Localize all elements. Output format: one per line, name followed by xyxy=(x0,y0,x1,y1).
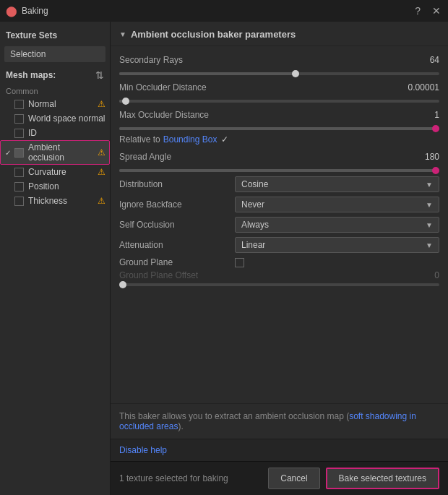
map-item-thickness[interactable]: Thickness ⚠ xyxy=(0,194,110,208)
ignore-backface-value: Never xyxy=(241,199,264,210)
attenuation-row: Attenuation Linear ▼ xyxy=(119,237,439,253)
bottom-bar: 1 texture selected for baking Cancel Bak… xyxy=(111,461,448,495)
spread-angle-slider-container[interactable] xyxy=(119,169,439,172)
secondary-rays-slider-container[interactable] xyxy=(119,72,439,75)
baker-header: ▼ Ambient occlusion baker parameters xyxy=(111,22,448,46)
secondary-rays-thumb[interactable] xyxy=(292,70,299,77)
collapse-arrow[interactable]: ▼ xyxy=(119,30,126,38)
params-area: Secondary Rays 64 Min Occluder Distance … xyxy=(111,46,448,403)
title-bar-controls: ? ✕ xyxy=(413,5,442,17)
ground-plane-row: Ground Plane xyxy=(119,257,439,267)
secondary-rays-value: 64 xyxy=(430,55,439,65)
spread-angle-thumb[interactable] xyxy=(432,167,439,174)
checkbox-normal[interactable] xyxy=(14,100,24,109)
map-item-curvature[interactable]: Curvature ⚠ xyxy=(0,165,110,179)
check-mark-ao: ✓ xyxy=(5,149,11,157)
map-item-ambient-occlusion[interactable]: ✓ Ambient occlusion ⚠ xyxy=(0,140,110,165)
ignore-backface-label: Ignore Backface xyxy=(119,199,235,210)
baker-title: Ambient occlusion baker parameters xyxy=(131,29,296,40)
map-item-normal[interactable]: Normal ⚠ xyxy=(0,97,110,111)
ground-plane-offset-row: Ground Plane Offset 0 xyxy=(119,270,439,280)
map-label-ao: Ambient occlusion xyxy=(28,142,98,163)
attenuation-label: Attenuation xyxy=(119,240,235,250)
attenuation-value: Linear xyxy=(241,240,265,250)
map-label-normal: Normal xyxy=(28,99,56,109)
selection-item[interactable]: Selection xyxy=(4,46,105,62)
status-text: 1 texture selected for baking xyxy=(119,473,228,483)
bake-button[interactable]: Bake selected textures xyxy=(326,468,439,489)
warn-icon-thickness: ⚠ xyxy=(98,196,105,206)
spread-angle-value: 180 xyxy=(425,152,439,162)
ground-plane-offset-slider-container[interactable] xyxy=(119,283,439,286)
distribution-dropdown[interactable]: Cosine ▼ xyxy=(235,176,439,192)
warn-icon-ao: ⚠ xyxy=(98,147,105,158)
ignore-backface-row: Ignore Backface Never ▼ xyxy=(119,197,439,212)
warn-icon-normal: ⚠ xyxy=(98,99,105,109)
map-label-id: ID xyxy=(28,128,37,138)
title-bar: ⬤ Baking ? ✕ xyxy=(0,0,448,22)
cancel-button[interactable]: Cancel xyxy=(268,468,319,489)
min-occluder-slider-container[interactable] xyxy=(119,100,439,103)
map-item-position[interactable]: Position xyxy=(0,179,110,194)
self-occlusion-arrow: ▼ xyxy=(426,221,433,229)
ignore-backface-arrow: ▼ xyxy=(426,201,433,209)
ground-plane-checkbox[interactable] xyxy=(235,258,244,267)
distribution-label: Distribution xyxy=(119,179,235,189)
baking-icon: ⬤ xyxy=(6,5,17,17)
self-occlusion-value: Always xyxy=(241,220,269,230)
self-occlusion-dropdown[interactable]: Always ▼ xyxy=(235,217,439,233)
disable-help-button[interactable]: Disable help xyxy=(119,445,167,455)
map-label-world-space: World space normal xyxy=(28,113,105,124)
max-occluder-track xyxy=(119,127,439,130)
map-label-curvature: Curvature xyxy=(28,167,66,177)
mesh-maps-label: Mesh maps: xyxy=(6,70,56,80)
map-item-id[interactable]: ID xyxy=(0,126,110,140)
distribution-row: Distribution Cosine ▼ xyxy=(119,176,439,192)
left-panel: Texture Sets Selection Mesh maps: ⇅ Comm… xyxy=(0,22,111,495)
group-label: Common xyxy=(0,84,110,97)
main-layout: Texture Sets Selection Mesh maps: ⇅ Comm… xyxy=(0,22,448,495)
info-text-pre: This baker allows you to extract an ambi… xyxy=(119,411,349,421)
checkbox-thickness[interactable] xyxy=(14,197,24,206)
help-button[interactable]: ? xyxy=(413,5,422,17)
ground-plane-offset-value: 0 xyxy=(434,270,439,280)
min-occluder-thumb[interactable] xyxy=(122,98,129,105)
min-occluder-track xyxy=(119,100,439,103)
relative-bbox-row: Relative to Bounding Box ✓ xyxy=(119,134,439,145)
min-occluder-label: Min Occluder Distance xyxy=(119,82,235,92)
min-occluder-value: 0.00001 xyxy=(408,82,439,92)
spread-angle-row: Spread Angle 180 xyxy=(119,149,439,165)
spread-angle-track xyxy=(119,169,439,172)
max-occluder-thumb[interactable] xyxy=(432,125,439,132)
bounding-box-link[interactable]: Bounding Box xyxy=(163,134,217,145)
title-bar-left: ⬤ Baking xyxy=(6,5,48,17)
mesh-maps-header: Mesh maps: ⇅ xyxy=(0,64,110,84)
attenuation-arrow: ▼ xyxy=(426,241,433,249)
map-item-world-space-normal[interactable]: World space normal xyxy=(0,111,110,126)
ground-plane-label: Ground Plane xyxy=(119,257,235,267)
spread-angle-fill xyxy=(119,169,439,172)
checkbox-position[interactable] xyxy=(14,182,24,191)
checkbox-ao[interactable] xyxy=(14,148,24,158)
secondary-rays-row: Secondary Rays 64 xyxy=(119,52,439,68)
ground-plane-offset-thumb[interactable] xyxy=(119,281,126,288)
min-occluder-row: Min Occluder Distance 0.00001 xyxy=(119,79,439,95)
max-occluder-row: Max Occluder Distance 1 xyxy=(119,107,439,123)
attenuation-dropdown[interactable]: Linear ▼ xyxy=(235,237,439,253)
max-occluder-slider-container[interactable] xyxy=(119,127,439,130)
close-button[interactable]: ✕ xyxy=(431,5,442,17)
max-occluder-fill xyxy=(119,127,439,130)
spread-angle-label: Spread Angle xyxy=(119,152,235,162)
self-occlusion-row: Self Occlusion Always ▼ xyxy=(119,217,439,233)
checkbox-world-space[interactable] xyxy=(14,114,24,124)
warn-icon-curvature: ⚠ xyxy=(98,167,105,177)
checkbox-curvature[interactable] xyxy=(14,168,24,177)
ignore-backface-dropdown[interactable]: Never ▼ xyxy=(235,197,439,212)
checkbox-id[interactable] xyxy=(14,129,24,138)
bbox-check[interactable]: ✓ xyxy=(221,134,228,145)
secondary-rays-label: Secondary Rays xyxy=(119,55,235,65)
filter-icon[interactable]: ⇅ xyxy=(95,69,104,81)
info-text-post: ). xyxy=(178,421,183,431)
self-occlusion-label: Self Occlusion xyxy=(119,220,235,230)
right-panel: ▼ Ambient occlusion baker parameters Sec… xyxy=(111,22,448,495)
